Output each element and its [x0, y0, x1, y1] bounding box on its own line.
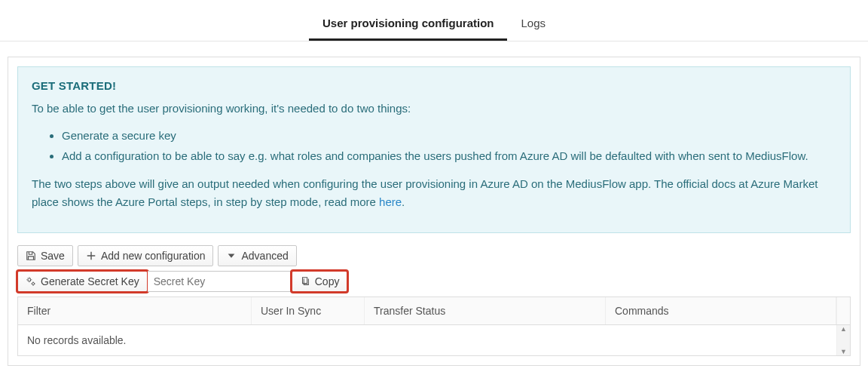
- generate-secret-key-label: Generate Secret Key: [41, 275, 139, 287]
- add-new-configuration-button[interactable]: Add new configuration: [78, 245, 214, 266]
- infobox-outro-text-b: .: [402, 195, 405, 208]
- col-header-transfer-status[interactable]: Transfer Status: [365, 297, 606, 324]
- save-button[interactable]: Save: [17, 245, 73, 266]
- config-table: Filter User In Sync Transfer Status Comm…: [17, 297, 851, 356]
- infobox-bullet-1: Generate a secure key: [62, 125, 836, 146]
- infobox-here-link[interactable]: here: [379, 195, 402, 208]
- generate-secret-key-button[interactable]: Generate Secret Key: [17, 271, 148, 292]
- col-header-user-in-sync[interactable]: User In Sync: [252, 297, 365, 324]
- svg-point-1: [32, 282, 34, 284]
- table-scrollbar[interactable]: ▲ ▼: [836, 325, 850, 355]
- toolbar-secret: Generate Secret Key Copy: [17, 271, 851, 292]
- col-header-filter[interactable]: Filter: [18, 297, 252, 324]
- copy-icon: [300, 276, 310, 287]
- infobox-intro: To be able to get the user provisioning …: [32, 100, 836, 118]
- gears-icon: [26, 276, 36, 287]
- main-panel: GET STARTED! To be able to get the user …: [8, 57, 860, 366]
- get-started-infobox: GET STARTED! To be able to get the user …: [17, 66, 851, 233]
- scroll-up-icon[interactable]: ▲: [840, 325, 847, 333]
- svg-point-0: [28, 278, 31, 281]
- col-header-scroll-spacer: [836, 297, 850, 324]
- plus-icon: [86, 250, 96, 261]
- toolbar-primary: Save Add new configuration Advanced: [17, 245, 851, 266]
- secret-key-input[interactable]: [148, 271, 292, 292]
- tab-user-provisioning-configuration[interactable]: User provisioning configuration: [309, 9, 508, 41]
- save-icon: [26, 250, 36, 261]
- infobox-outro-text-a: The two steps above will give an output …: [32, 177, 818, 208]
- infobox-title: GET STARTED!: [32, 79, 836, 92]
- col-header-commands[interactable]: Commands: [606, 297, 836, 324]
- add-new-configuration-label: Add new configuration: [101, 250, 206, 262]
- copy-button[interactable]: Copy: [292, 271, 348, 292]
- save-button-label: Save: [41, 250, 65, 262]
- infobox-bullet-2: Add a configuration to be able to say e.…: [62, 146, 836, 166]
- table-body: No records available. ▲ ▼: [18, 325, 850, 356]
- infobox-list: Generate a secure key Add a configuratio…: [32, 125, 836, 166]
- advanced-button-label: Advanced: [241, 250, 288, 262]
- table-empty-message: No records available.: [18, 325, 836, 355]
- caret-down-icon: [226, 250, 237, 261]
- table-header-row: Filter User In Sync Transfer Status Comm…: [18, 297, 850, 325]
- scroll-down-icon[interactable]: ▼: [840, 348, 847, 355]
- advanced-button[interactable]: Advanced: [218, 245, 296, 266]
- tab-logs[interactable]: Logs: [507, 9, 559, 41]
- tabs-bar: User provisioning configuration Logs: [0, 0, 868, 41]
- infobox-outro: The two steps above will give an output …: [32, 175, 836, 211]
- copy-button-label: Copy: [315, 275, 340, 287]
